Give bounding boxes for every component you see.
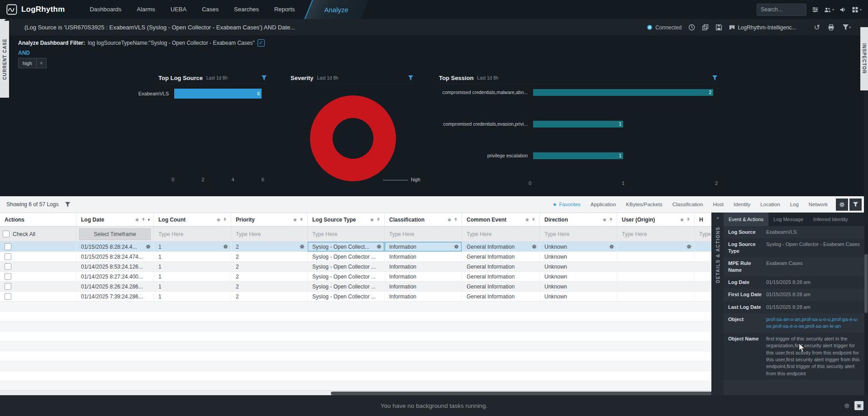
filter-input-log-source-type[interactable]: Type Here xyxy=(310,231,382,237)
column-header-log-count[interactable]: Log Count xyxy=(154,213,231,226)
view-tab-kbytes-packets[interactable]: KBytes/Packets xyxy=(626,202,663,207)
view-tab-identity[interactable]: Identity xyxy=(734,202,750,207)
filter-input-direction[interactable]: Type Here xyxy=(543,231,614,237)
filter-input-classification[interactable]: Type Here xyxy=(387,231,459,237)
column-favorite-icon[interactable] xyxy=(293,217,297,222)
table-row[interactable]: 01/15/2025 8:28:24.474...12Syslog - Open… xyxy=(0,252,722,262)
cell-actions-gear-icon[interactable] xyxy=(687,244,692,249)
severity-donut-chart[interactable] xyxy=(310,95,396,181)
column-header-classification[interactable]: Classification xyxy=(385,213,462,226)
nav-item-searches[interactable]: Searches xyxy=(226,0,267,19)
open-panel-icon[interactable]: ▣ xyxy=(854,401,863,410)
inspector-tab-inferred-identity[interactable]: Inferred Identity xyxy=(808,213,853,226)
table-row[interactable]: 01/14/2025 8:53:24.126...12Syslog - Open… xyxy=(0,262,722,272)
grid-filter-funnel-icon[interactable] xyxy=(65,202,71,208)
check-all-checkbox[interactable] xyxy=(3,231,10,237)
column-header-direction[interactable]: Direction xyxy=(540,213,617,226)
column-header-log-source-type[interactable]: Log Source Type xyxy=(308,213,385,226)
view-tab-location[interactable]: Location xyxy=(760,202,780,207)
tab-analyze[interactable]: Analyze xyxy=(308,0,365,19)
column-pin-icon[interactable] xyxy=(686,217,691,222)
bar-segment[interactable]: 1 xyxy=(533,121,623,128)
cell-actions-gear-icon[interactable] xyxy=(609,244,614,249)
grid-settings-gear-icon[interactable] xyxy=(836,199,848,211)
select-timeframe-button[interactable]: Select Timeframe xyxy=(79,228,151,240)
column-header-actions[interactable]: Actions xyxy=(0,213,76,226)
details-actions-strip[interactable]: » DETAILS & ACTIONS xyxy=(712,213,724,395)
view-tab-log[interactable]: Log xyxy=(790,202,799,207)
cell-actions-gear-icon[interactable] xyxy=(300,244,305,249)
column-header-priority[interactable]: Priority xyxy=(231,213,308,226)
app-logo[interactable]: LogRhythm xyxy=(0,4,71,15)
cell-actions-gear-icon[interactable] xyxy=(146,244,151,249)
vertical-scrollbar-thumb[interactable] xyxy=(864,254,868,313)
nav-item-alarms[interactable]: Alarms xyxy=(129,0,162,19)
inspector-tab-log-message[interactable]: Log Message xyxy=(768,213,808,226)
row-checkbox[interactable] xyxy=(5,253,11,260)
dashboard-selector[interactable]: LogRhythm-Intelligenc... xyxy=(729,24,796,31)
nav-item-ueba[interactable]: UEBA xyxy=(163,0,194,19)
view-tab-favorites[interactable]: ★Favorites xyxy=(553,202,581,208)
active-query-text[interactable]: (Log Source is 'USR670S3925 : ExabeamVLS… xyxy=(24,24,295,31)
row-checkbox[interactable] xyxy=(5,283,11,290)
cell-actions-gear-icon[interactable] xyxy=(223,244,228,249)
current-case-tab[interactable]: CURRENT CASE xyxy=(0,21,9,98)
view-tab-network[interactable]: Network xyxy=(809,202,828,207)
column-favorite-icon[interactable] xyxy=(370,217,374,222)
filter-input-priority[interactable]: Type Here xyxy=(234,231,305,237)
users-icon[interactable]: ▾ xyxy=(824,6,834,13)
column-pin-icon[interactable] xyxy=(299,217,304,222)
column-pin-icon[interactable] xyxy=(609,217,613,222)
filter-enabled-checkbox[interactable]: ✓ xyxy=(258,39,265,47)
table-row[interactable]: 01/14/2025 7:39:24.286...12Syslog - Open… xyxy=(0,292,722,302)
view-tab-application[interactable]: Application xyxy=(591,202,616,207)
background-tasks-gear-icon[interactable] xyxy=(844,403,850,409)
nav-item-reports[interactable]: Reports xyxy=(267,0,303,19)
column-favorite-icon[interactable] xyxy=(216,217,221,222)
horizontal-scrollbar-thumb[interactable] xyxy=(331,392,715,395)
dashboard-filter-query[interactable]: log logSourceTypeName:"Syslog - Open Col… xyxy=(88,40,255,46)
chip-close-icon[interactable]: ✕ xyxy=(37,58,47,68)
column-pin-icon[interactable] xyxy=(453,217,458,222)
filter-input-log-count[interactable]: Type Here xyxy=(157,231,228,237)
column-pin-icon[interactable] xyxy=(141,217,146,222)
undo-icon[interactable]: ↺ xyxy=(814,24,820,31)
column-favorite-icon[interactable] xyxy=(680,217,684,222)
column-favorite-icon[interactable] xyxy=(602,217,607,222)
cell-actions-gear-icon[interactable] xyxy=(532,244,537,249)
column-pin-icon[interactable] xyxy=(223,217,227,222)
cell-actions-gear-icon[interactable] xyxy=(454,244,459,249)
filter-input-user-origin[interactable]: Type Here xyxy=(620,231,692,237)
row-checkbox[interactable] xyxy=(5,273,11,280)
history-clock-icon[interactable] xyxy=(688,24,695,31)
row-checkbox[interactable] xyxy=(5,263,11,270)
column-favorite-icon[interactable] xyxy=(135,217,139,222)
table-row[interactable]: 01/14/2025 8:27:24.400...12Syslog - Open… xyxy=(0,272,722,282)
print-icon[interactable] xyxy=(828,24,835,31)
sliders-icon[interactable] xyxy=(812,6,819,13)
row-checkbox[interactable] xyxy=(5,243,11,250)
filter-funnel-icon[interactable]: ▾ xyxy=(842,24,851,31)
filter-input-common-event[interactable]: Type Here xyxy=(465,231,537,237)
bar-segment[interactable]: 2 xyxy=(533,89,713,96)
column-favorite-icon[interactable] xyxy=(525,217,529,222)
chart-filter-funnel-icon[interactable] xyxy=(408,75,414,81)
bar-segment[interactable]: 6 xyxy=(174,89,262,99)
column-favorite-icon[interactable] xyxy=(447,217,452,222)
view-tab-classification[interactable]: Classification xyxy=(672,202,703,207)
filter-chip-high[interactable]: high xyxy=(18,58,37,68)
save-icon[interactable] xyxy=(715,24,722,31)
field-value[interactable]: prof-sa-an-o-an,prof-sa-u-o-u,prof-ga-e-… xyxy=(766,316,861,330)
chart-filter-funnel-icon[interactable] xyxy=(261,75,267,81)
nav-item-cases[interactable]: Cases xyxy=(194,0,226,19)
popout-window-icon[interactable] xyxy=(702,24,709,31)
column-header-user-origin[interactable]: User (Origin) xyxy=(617,213,695,226)
column-header-log-date[interactable]: Log Date▾ xyxy=(76,213,154,226)
table-row[interactable]: 01/14/2025 8:26:24.286...12Syslog - Open… xyxy=(0,282,722,292)
table-row[interactable]: 01/15/2025 8:28:24.4...12Syslog - Open C… xyxy=(0,242,722,252)
column-pin-icon[interactable] xyxy=(376,217,381,222)
column-pin-icon[interactable] xyxy=(531,217,536,222)
view-tab-host[interactable]: Host xyxy=(713,202,724,207)
inspector-side-tab[interactable]: INSPECTOR xyxy=(860,27,868,90)
bar-segment[interactable]: 1 xyxy=(533,152,623,159)
